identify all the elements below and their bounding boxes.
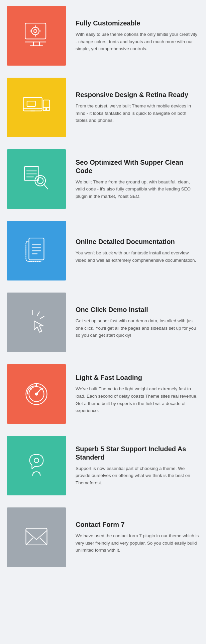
feature-title-support: Superb 5 Star Support Included As Stande… bbox=[76, 445, 199, 462]
feature-desc-support: Support is now essential part of choosin… bbox=[76, 465, 199, 487]
feature-content-fully-customizeable: Fully Customizeable With easy to use the… bbox=[66, 6, 199, 66]
documentation-icon-box bbox=[7, 221, 66, 280]
svg-point-5 bbox=[31, 27, 39, 35]
feature-desc-one-click-demo: Get set up super fast with our demo data… bbox=[76, 317, 199, 339]
feature-content-one-click-demo: One Click Demo Install Get set up super … bbox=[66, 293, 199, 352]
responsive-icon bbox=[21, 92, 51, 123]
svg-line-24 bbox=[44, 184, 48, 189]
feature-content-fast-loading: Light & Fast Loading We've built Theme t… bbox=[66, 364, 199, 424]
speed-icon bbox=[21, 378, 51, 410]
svg-rect-11 bbox=[23, 97, 42, 111]
feature-desc-fully-customizeable: With easy to use theme options the only … bbox=[76, 31, 199, 53]
customizeable-icon bbox=[21, 20, 51, 52]
feature-item-contact-form: Contact Form 7 We have used the contact … bbox=[0, 501, 206, 573]
svg-rect-41 bbox=[26, 528, 47, 545]
feature-title-seo-optimized: Seo Optimized With Supper Clean Code bbox=[76, 158, 199, 175]
responsive-icon-box bbox=[7, 78, 66, 137]
svg-line-32 bbox=[40, 316, 44, 319]
feature-desc-contact-form: We have used the contact form 7 plugin i… bbox=[76, 532, 199, 554]
seo-icon-box bbox=[7, 149, 66, 209]
feature-content-support: Superb 5 Star Support Included As Stande… bbox=[66, 436, 199, 495]
svg-point-40 bbox=[34, 458, 39, 463]
feature-desc-fast-loading: We've built Theme to be light weight and… bbox=[76, 385, 199, 414]
feature-title-fast-loading: Light & Fast Loading bbox=[76, 374, 199, 382]
feature-content-documentation: Online Detailed Documentation You won't … bbox=[66, 221, 199, 280]
feature-title-documentation: Online Detailed Documentation bbox=[76, 238, 199, 246]
svg-line-37 bbox=[30, 388, 31, 390]
feature-desc-seo-optimized: We built Theme from the ground up, with … bbox=[76, 178, 199, 200]
support-icon-box bbox=[7, 436, 66, 495]
svg-line-39 bbox=[42, 388, 43, 390]
feature-content-seo-optimized: Seo Optimized With Supper Clean Code We … bbox=[66, 149, 199, 209]
feature-title-fully-customizeable: Fully Customizeable bbox=[76, 19, 199, 27]
svg-rect-17 bbox=[27, 101, 35, 106]
feature-item-seo-optimized: Seo Optimized With Supper Clean Code We … bbox=[0, 143, 206, 215]
svg-rect-25 bbox=[29, 238, 44, 260]
click-icon-box bbox=[7, 293, 66, 352]
feature-item-responsive-design: Responsive Design & Retina Ready From th… bbox=[0, 72, 206, 143]
support-icon bbox=[21, 450, 51, 481]
svg-line-42 bbox=[26, 538, 33, 545]
feature-title-contact-form: Contact Form 7 bbox=[76, 520, 199, 529]
svg-line-31 bbox=[37, 312, 39, 316]
feature-title-one-click-demo: One Click Demo Install bbox=[76, 306, 199, 314]
feature-content-contact-form: Contact Form 7 We have used the contact … bbox=[66, 507, 199, 567]
svg-point-6 bbox=[34, 29, 37, 32]
feature-title-responsive-design: Responsive Design & Retina Ready bbox=[76, 91, 199, 99]
documentation-icon bbox=[21, 235, 51, 266]
click-icon bbox=[21, 307, 51, 338]
feature-item-support: Superb 5 Star Support Included As Stande… bbox=[0, 430, 206, 501]
customizeable-icon-box bbox=[7, 6, 66, 66]
feature-item-fast-loading: Light & Fast Loading We've built Theme t… bbox=[0, 358, 206, 430]
feature-item-one-click-demo: One Click Demo Install Get set up super … bbox=[0, 287, 206, 358]
speed-icon-box bbox=[7, 364, 66, 424]
feature-content-responsive-design: Responsive Design & Retina Ready From th… bbox=[66, 78, 199, 137]
svg-point-16 bbox=[46, 108, 47, 109]
feature-item-documentation: Online Detailed Documentation You won't … bbox=[0, 215, 206, 287]
svg-point-36 bbox=[35, 393, 38, 395]
feature-desc-responsive-design: From the outset, we've built Theme with … bbox=[76, 102, 199, 124]
feature-desc-documentation: You won't be stuck with our fantastic in… bbox=[76, 249, 199, 264]
seo-icon bbox=[21, 163, 51, 195]
mail-icon-box bbox=[7, 507, 66, 567]
feature-item-fully-customizeable: Fully Customizeable With easy to use the… bbox=[0, 0, 206, 72]
mail-icon bbox=[21, 521, 51, 553]
svg-line-43 bbox=[40, 538, 47, 545]
